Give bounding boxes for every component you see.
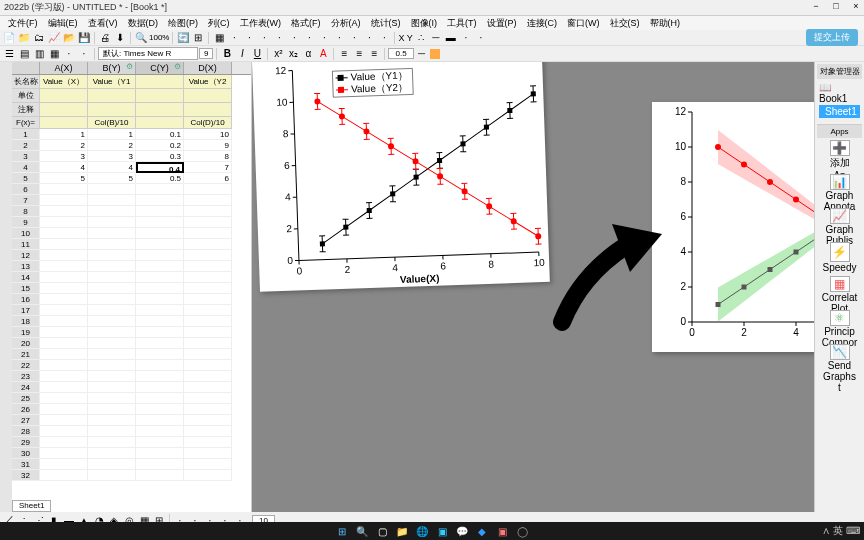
data-cell[interactable] xyxy=(136,448,184,459)
menu-view[interactable]: 查看(V) xyxy=(84,17,122,30)
maximize-button[interactable]: □ xyxy=(830,0,842,12)
data-cell[interactable]: 5 xyxy=(88,173,136,184)
close-button[interactable]: × xyxy=(850,0,862,12)
zoom-in-icon[interactable]: 🔍 xyxy=(134,31,148,45)
data-cell[interactable] xyxy=(136,261,184,272)
data-cell[interactable] xyxy=(136,338,184,349)
data-cell[interactable] xyxy=(88,371,136,382)
data-cell[interactable] xyxy=(136,305,184,316)
data-cell[interactable]: 0.3 xyxy=(136,151,184,162)
col-head-d[interactable]: D(X) xyxy=(184,62,232,74)
row-header[interactable]: 23 xyxy=(12,371,40,382)
corner-cell[interactable] xyxy=(12,62,40,74)
tool2-d-icon[interactable]: ▦ xyxy=(47,47,61,61)
tool2-c-icon[interactable]: ▥ xyxy=(32,47,46,61)
menu-file[interactable]: 文件(F) xyxy=(4,17,42,30)
app-launcher[interactable]: ⚛Princip Compor xyxy=(824,310,856,342)
data-cell[interactable] xyxy=(184,294,232,305)
longname-c[interactable] xyxy=(136,75,184,89)
data-cell[interactable] xyxy=(136,272,184,283)
data-cell[interactable] xyxy=(40,217,88,228)
data-cell[interactable] xyxy=(88,206,136,217)
longname-b[interactable]: Value（Y1 xyxy=(88,75,136,89)
data-cell[interactable]: 9 xyxy=(184,140,232,151)
chart-errorbars[interactable]: 0246810024681012Value(X)Value（Y1）Value（Y… xyxy=(252,62,550,292)
row-header[interactable]: 7 xyxy=(12,195,40,206)
data-cell[interactable] xyxy=(40,426,88,437)
more-plot2-icon[interactable]: · xyxy=(474,31,488,45)
tool2-f-icon[interactable]: · xyxy=(77,47,91,61)
add-column-icon[interactable]: ▦ xyxy=(212,31,226,45)
line-width-box[interactable]: 0.5 xyxy=(388,48,413,59)
bar-tool-icon[interactable]: ▬ xyxy=(444,31,458,45)
data-cell[interactable] xyxy=(88,305,136,316)
data-cell[interactable] xyxy=(184,371,232,382)
data-cell[interactable] xyxy=(88,327,136,338)
row-header[interactable]: 27 xyxy=(12,415,40,426)
data-cell[interactable] xyxy=(40,261,88,272)
data-cell[interactable] xyxy=(40,371,88,382)
data-cell[interactable] xyxy=(88,426,136,437)
open-icon[interactable]: 📂 xyxy=(62,31,76,45)
data-cell[interactable] xyxy=(184,283,232,294)
app1-icon[interactable]: ▣ xyxy=(435,524,449,538)
tool-f-icon[interactable]: · xyxy=(302,31,316,45)
data-cell[interactable] xyxy=(40,448,88,459)
row-header[interactable]: 24 xyxy=(12,382,40,393)
data-cell[interactable] xyxy=(184,195,232,206)
tool-h-icon[interactable]: · xyxy=(332,31,346,45)
row-header[interactable]: 15 xyxy=(12,283,40,294)
data-cell[interactable] xyxy=(40,360,88,371)
data-cell[interactable] xyxy=(136,393,184,404)
data-cell[interactable] xyxy=(184,382,232,393)
menu-tools[interactable]: 工具(T) xyxy=(443,17,481,30)
data-cell[interactable]: 0.2 xyxy=(136,140,184,151)
data-cell[interactable] xyxy=(184,327,232,338)
data-cell[interactable]: 5 xyxy=(40,173,88,184)
data-cell[interactable] xyxy=(136,459,184,470)
data-cell[interactable] xyxy=(88,272,136,283)
font-size-selector[interactable]: 9 xyxy=(199,48,213,59)
data-cell[interactable]: 6 xyxy=(184,173,232,184)
data-cell[interactable]: 2 xyxy=(40,140,88,151)
fill-color-icon[interactable] xyxy=(430,49,440,59)
data-cell[interactable] xyxy=(40,404,88,415)
data-cell[interactable] xyxy=(40,382,88,393)
import-icon[interactable]: ⬇ xyxy=(113,31,127,45)
tool-d-icon[interactable]: · xyxy=(272,31,286,45)
scatter-tool-icon[interactable]: ∴ xyxy=(414,31,428,45)
data-cell[interactable] xyxy=(136,239,184,250)
menu-social[interactable]: 社交(S) xyxy=(606,17,644,30)
data-cell[interactable] xyxy=(136,371,184,382)
print-icon[interactable]: 🖨 xyxy=(98,31,112,45)
data-cell[interactable] xyxy=(136,206,184,217)
row-header[interactable]: 16 xyxy=(12,294,40,305)
row-header[interactable]: 4 xyxy=(12,162,40,173)
row-header[interactable]: 18 xyxy=(12,316,40,327)
tool-b-icon[interactable]: · xyxy=(242,31,256,45)
data-cell[interactable] xyxy=(136,360,184,371)
row-header[interactable]: 17 xyxy=(12,305,40,316)
data-cell[interactable] xyxy=(184,250,232,261)
new-graph-icon[interactable]: 📈 xyxy=(47,31,61,45)
edge-icon[interactable]: 🌐 xyxy=(415,524,429,538)
row-header[interactable]: 8 xyxy=(12,206,40,217)
sheet-tab[interactable]: Sheet1 xyxy=(12,500,51,512)
row-header[interactable]: 30 xyxy=(12,448,40,459)
data-cell[interactable] xyxy=(88,459,136,470)
row-header[interactable]: 22 xyxy=(12,360,40,371)
font-color-icon[interactable]: A xyxy=(316,47,330,61)
tool-j-icon[interactable]: · xyxy=(362,31,376,45)
data-cell[interactable] xyxy=(184,349,232,360)
data-cell[interactable] xyxy=(184,217,232,228)
new-workbook-icon[interactable]: 🗂 xyxy=(32,31,46,45)
data-cell[interactable] xyxy=(88,349,136,360)
font-selector[interactable]: 默认: Times New R xyxy=(98,47,198,60)
new-folder-icon[interactable]: 📁 xyxy=(17,31,31,45)
menu-worksheet[interactable]: 工作表(W) xyxy=(236,17,286,30)
app2-icon[interactable]: ◆ xyxy=(475,524,489,538)
data-cell[interactable] xyxy=(184,470,232,481)
data-cell[interactable] xyxy=(184,393,232,404)
wechat-icon[interactable]: 💬 xyxy=(455,524,469,538)
bold-icon[interactable]: B xyxy=(220,47,234,61)
